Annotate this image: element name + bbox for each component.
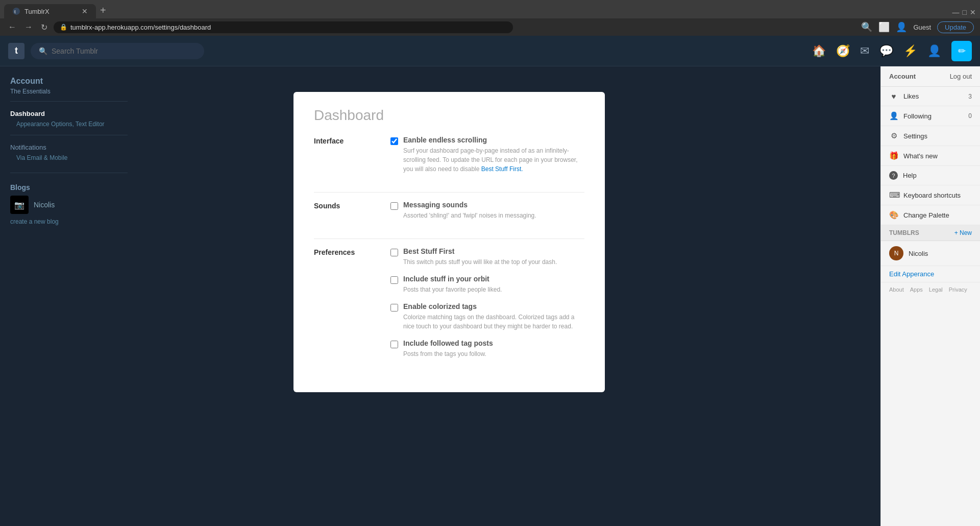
sidebar-divider bbox=[10, 101, 128, 102]
mail-icon[interactable]: ✉ bbox=[860, 44, 869, 58]
followed-tags-checkbox[interactable] bbox=[390, 341, 398, 348]
sidebar-item-palette[interactable]: 🎨 Change Palette bbox=[881, 205, 980, 225]
logo-letter: t bbox=[15, 45, 18, 56]
account-icon[interactable]: 👤 bbox=[927, 44, 941, 58]
messaging-sounds-checkbox[interactable] bbox=[390, 202, 398, 210]
keyboard-icon: ⌨ bbox=[889, 190, 898, 200]
gear-icon: ⚙ bbox=[889, 131, 898, 140]
best-stuff-checkbox[interactable] bbox=[390, 249, 398, 256]
window-maximize[interactable]: □ bbox=[963, 8, 967, 16]
lock-icon: 🔒 bbox=[60, 23, 67, 31]
edit-appearance-button[interactable]: Edit Apperance bbox=[881, 266, 980, 282]
user-icon[interactable]: 👤 bbox=[896, 21, 907, 33]
notifications-sub-link[interactable]: Via Email & Mobile bbox=[10, 153, 128, 162]
about-link[interactable]: About bbox=[889, 286, 904, 293]
blogs-section: Blogs 📷 Nicolis create a new blog bbox=[10, 183, 128, 225]
dashboard-panel: Dashboard Interface Eanble endless scrol… bbox=[293, 92, 605, 392]
keyboard-item-left: ⌨ Keyboard shortcuts bbox=[889, 190, 961, 200]
pencil-icon: ✏ bbox=[958, 45, 966, 57]
legal-link[interactable]: Legal bbox=[929, 286, 943, 293]
search-icon[interactable]: 🔍 bbox=[861, 21, 872, 33]
colorized-tags-checkbox[interactable] bbox=[390, 304, 398, 312]
tumblr-logo[interactable]: t bbox=[8, 43, 24, 59]
nav-icons: 🏠 🧭 ✉ 💬 ⚡ 👤 ✏ bbox=[812, 41, 972, 61]
orbit-desc: Posts that your favorite people liked. bbox=[403, 285, 502, 294]
notifications-link[interactable]: Notifications bbox=[10, 141, 128, 153]
browser-chrome: t TumblrX ✕ + — □ ✕ ← → ↻ 🔒 tumblrx-app.… bbox=[0, 0, 980, 36]
window-minimize[interactable]: — bbox=[952, 8, 960, 16]
forward-button[interactable]: → bbox=[22, 21, 35, 33]
interface-section: Interface Eanble endless scrolling Surf … bbox=[314, 136, 584, 182]
dashboard-link[interactable]: Dashboard bbox=[10, 108, 128, 119]
right-sidebar: Account Log out ♥ Likes 3 👤 Following 0 bbox=[880, 66, 980, 526]
gift-icon: 🎁 bbox=[889, 151, 898, 160]
blog-entry: 📷 Nicolis bbox=[10, 196, 128, 214]
preferences-section: Preferences Best Stuff First This switch… bbox=[314, 247, 584, 367]
orbit-checkbox[interactable] bbox=[390, 276, 398, 284]
search-input[interactable] bbox=[52, 47, 196, 55]
apps-link[interactable]: Apps bbox=[910, 286, 923, 293]
bolt-icon[interactable]: ⚡ bbox=[903, 44, 917, 58]
write-button[interactable]: ✏ bbox=[951, 41, 972, 61]
sidebar-footer: About Apps Legal Privacy bbox=[881, 282, 980, 297]
sidebar-toggle-icon[interactable]: ⬜ bbox=[878, 21, 890, 33]
following-count: 0 bbox=[968, 112, 972, 119]
messaging-sounds-option: Messaging sounds Assorted 'shling!' and … bbox=[390, 201, 584, 220]
best-stuff-title: Best Stuff First bbox=[403, 247, 557, 255]
home-icon[interactable]: 🏠 bbox=[812, 44, 826, 58]
endless-scrolling-checkbox[interactable] bbox=[390, 137, 398, 145]
whats-new-label: What's new bbox=[903, 152, 938, 160]
blog-name[interactable]: Nicolis bbox=[34, 201, 55, 209]
address-bar[interactable]: 🔒 tumblrx-app.herokuapp.com/settings/das… bbox=[54, 21, 513, 33]
endless-scrolling-title: Eanble endless scrolling bbox=[403, 136, 584, 144]
person-icon: 👤 bbox=[889, 111, 898, 121]
interface-content: Eanble endless scrolling Surf your dashb… bbox=[390, 136, 584, 174]
back-button[interactable]: ← bbox=[6, 21, 18, 33]
dashboard-title: Dashboard bbox=[314, 107, 584, 124]
explore-icon[interactable]: 🧭 bbox=[836, 44, 850, 58]
colorized-tags-title: Enable colorized tags bbox=[403, 302, 584, 310]
sounds-label: Sounds bbox=[314, 201, 380, 210]
tab-favicon: t bbox=[12, 7, 20, 15]
followed-tags-option: Include followed tag posts Posts from th… bbox=[390, 339, 584, 358]
palette-label: Change Palette bbox=[903, 211, 949, 219]
best-stuff-link[interactable]: Best Stuff First. bbox=[481, 165, 523, 173]
sidebar-item-whats-new[interactable]: 🎁 What's new bbox=[881, 146, 980, 166]
new-tab-button[interactable]: + bbox=[96, 3, 110, 18]
blog-list-item[interactable]: N Nicolis bbox=[881, 241, 980, 266]
account-section-label: Account bbox=[889, 73, 916, 80]
browser-controls: ← → ↻ 🔒 tumblrx-app.herokuapp.com/settin… bbox=[0, 18, 980, 36]
search-bar[interactable]: 🔍 bbox=[31, 43, 204, 59]
tab-close-button[interactable]: ✕ bbox=[82, 7, 88, 15]
sidebar-item-likes[interactable]: ♥ Likes 3 bbox=[881, 87, 980, 106]
sidebar-item-settings[interactable]: ⚙ Settings bbox=[881, 126, 980, 146]
update-button[interactable]: Update bbox=[937, 21, 974, 33]
browser-actions: 🔍 ⬜ 👤 Guest Update bbox=[861, 21, 974, 33]
blogs-title: Blogs bbox=[10, 183, 128, 192]
dashboard-sub-link[interactable]: Appearance Options, Text Editor bbox=[10, 119, 128, 129]
sidebar-item-keyboard[interactable]: ⌨ Keyboard shortcuts bbox=[881, 185, 980, 205]
logout-button[interactable]: Log out bbox=[950, 73, 972, 80]
interface-label: Interface bbox=[314, 136, 380, 145]
tumblrs-label: Tumblrs bbox=[889, 229, 919, 236]
orbit-title: Include stuff in your orbit bbox=[403, 275, 502, 283]
new-blog-button[interactable]: + New bbox=[954, 229, 972, 236]
help-item-left: ? Help bbox=[889, 171, 917, 180]
blog-avatar: 📷 bbox=[10, 196, 29, 214]
privacy-link[interactable]: Privacy bbox=[949, 286, 967, 293]
palette-icon: 🎨 bbox=[889, 210, 898, 220]
chat-icon[interactable]: 💬 bbox=[879, 44, 893, 58]
sidebar-item-following[interactable]: 👤 Following 0 bbox=[881, 106, 980, 126]
blog-avatar-icon: 📷 bbox=[14, 200, 24, 210]
followed-tags-desc: Posts from the tags you follow. bbox=[403, 349, 493, 358]
sidebar-header: Account Log out bbox=[881, 66, 980, 87]
active-tab[interactable]: t TumblrX ✕ bbox=[4, 4, 96, 18]
window-close[interactable]: ✕ bbox=[970, 8, 976, 16]
colorized-tags-desc: Colorize matching tags on the dashboard.… bbox=[403, 313, 584, 331]
following-item-left: 👤 Following bbox=[889, 111, 932, 121]
refresh-button[interactable]: ↻ bbox=[39, 21, 50, 33]
create-blog-link[interactable]: create a new blog bbox=[10, 218, 128, 225]
sidebar-item-help[interactable]: ? Help bbox=[881, 166, 980, 185]
sidebar-divider-2 bbox=[10, 135, 128, 135]
best-stuff-desc: This switch puts stuff you will like at … bbox=[403, 257, 557, 267]
